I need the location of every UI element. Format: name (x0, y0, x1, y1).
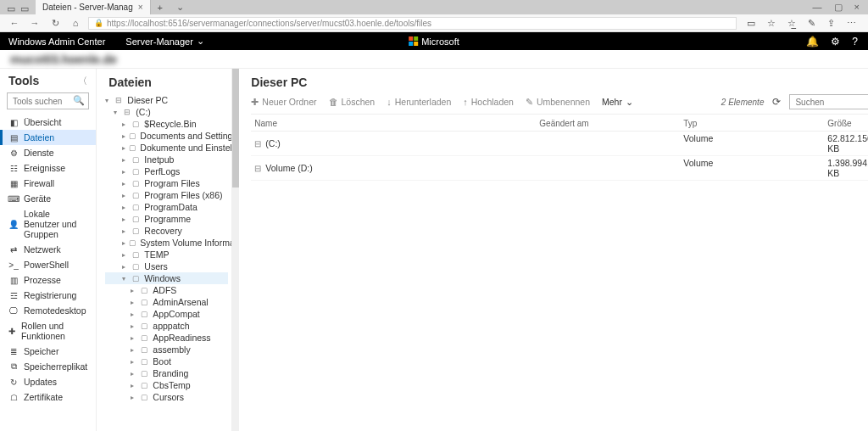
col-modified[interactable]: Geändert am (539, 119, 683, 128)
sidebar-item-lokale-benutzer-und-gruppen[interactable]: 👤Lokale Benutzer und Gruppen (0, 206, 96, 242)
tree-node[interactable]: ▸▢Dokumente und Einstellungen (105, 142, 228, 154)
refresh-button[interactable]: ↻ (47, 18, 63, 29)
sidebar-item-speicher[interactable]: ≣Speicher (0, 344, 96, 359)
tree-node[interactable]: ▸▢assembly (105, 344, 228, 355)
tree-node[interactable]: ▸▢Program Files (x86) (105, 189, 228, 201)
chevron-icon[interactable]: ▸ (122, 263, 129, 271)
tree-node[interactable]: ▸▢CbsTemp (105, 379, 228, 391)
refresh-icon[interactable]: ⟳ (772, 96, 781, 108)
tree-node[interactable]: ▸▢Inetpub (105, 154, 228, 165)
chevron-icon[interactable]: ▸ (122, 156, 129, 164)
upload-button[interactable]: ↑Hochladen (463, 97, 514, 107)
tree-node[interactable]: ▸▢Program Files (105, 177, 228, 189)
home-button[interactable]: ⌂ (68, 18, 83, 28)
tree-node[interactable]: ▾▢Windows (105, 272, 228, 284)
sidebar-item-rollen-und-funktionen[interactable]: ✚Rollen und Funktionen (0, 318, 96, 344)
sidebar-item-speicherreplikat[interactable]: ⧉Speicherreplikat (0, 359, 96, 374)
sidebar-item-remotedesktop[interactable]: 🖵Remotedesktop (0, 303, 96, 318)
reading-view-icon[interactable]: ▭ (747, 18, 755, 29)
tree-node[interactable]: ▸▢Boot (105, 355, 228, 367)
url-field[interactable]: 🔒 https://localhost:6516/servermanager/c… (88, 17, 737, 30)
sidebar-item-dienste[interactable]: ⚙Dienste (0, 145, 96, 160)
col-size[interactable]: Größe (827, 119, 868, 128)
delete-button[interactable]: 🗑Löschen (329, 97, 376, 107)
rename-button[interactable]: ✎Umbenennen (526, 97, 590, 108)
sidebar-item-powershell[interactable]: >_PowerShell (0, 257, 96, 272)
chevron-icon[interactable]: ▸ (122, 168, 129, 176)
sidebar-item-zertifikate[interactable]: ☖Zertifikate (0, 389, 96, 405)
chevron-icon[interactable]: ▸ (122, 180, 129, 188)
tree-node[interactable]: ▾⊟Dieser PC (105, 94, 228, 106)
sidebar-item-ereignisse[interactable]: ☷Ereignisse (0, 160, 96, 176)
col-name[interactable]: Name (251, 119, 539, 128)
chevron-icon[interactable]: ▸ (131, 299, 137, 306)
tree-node[interactable]: ▸▢PerfLogs (105, 165, 228, 177)
sidebar-item-registrierung[interactable]: ☲Registrierung (0, 288, 96, 303)
chevron-icon[interactable]: ▸ (122, 144, 125, 152)
help-icon[interactable]: ? (852, 36, 858, 48)
notifications-icon[interactable]: 🔔 (806, 36, 819, 48)
chevron-icon[interactable]: ▸ (131, 322, 137, 330)
sidebar-item-prozesse[interactable]: ▥Prozesse (0, 272, 96, 288)
context-dropdown[interactable]: Server-Manager ⌄ (114, 36, 215, 47)
chevron-icon[interactable]: ▸ (122, 227, 129, 235)
tree-node[interactable]: ▸▢TEMP (105, 249, 228, 260)
more-menu[interactable]: Mehr ⌄ (602, 97, 633, 107)
sidebar-item-firewall[interactable]: ▦Firewall (0, 176, 96, 191)
tools-search[interactable]: 🔍 (7, 92, 89, 109)
share-icon[interactable]: ⇪ (827, 18, 835, 29)
sidebar-item-netzwerk[interactable]: ⇄Netzwerk (0, 242, 96, 257)
tree-node[interactable]: ▸▢AppReadiness (105, 332, 228, 344)
chevron-icon[interactable]: ▸ (131, 346, 137, 354)
tree-node[interactable]: ▸▢AdminArsenal (105, 296, 228, 308)
chevron-icon[interactable]: ▸ (131, 334, 137, 342)
chevron-icon[interactable]: ▾ (114, 109, 120, 116)
table-row[interactable]: ⊟Volume (D:)Volume1.398.994.940 KB (251, 156, 868, 181)
settings-icon[interactable]: ⚙ (831, 36, 840, 48)
sidebar-item-geräte[interactable]: ⌨Geräte (0, 191, 96, 206)
new-tab-button[interactable]: + (151, 3, 170, 13)
tree-scrollbar[interactable] (232, 69, 239, 431)
app-name[interactable]: Windows Admin Center (0, 36, 114, 47)
favorites-hub-icon[interactable]: ☆̲ (787, 18, 796, 29)
details-search-input[interactable] (789, 94, 868, 109)
tree-node[interactable]: ▸▢apppatch (105, 320, 228, 332)
tab-chevron[interactable]: ⌄ (170, 2, 191, 13)
sidebar-item-übersicht[interactable]: ◧Übersicht (0, 115, 96, 130)
chevron-icon[interactable]: ▸ (122, 251, 129, 259)
chevron-icon[interactable]: ▸ (122, 120, 129, 128)
chevron-icon[interactable]: ▾ (105, 97, 112, 104)
download-button[interactable]: ↓Herunterladen (387, 97, 451, 107)
chevron-icon[interactable]: ▸ (131, 394, 137, 401)
collapse-button[interactable]: 〈 (78, 75, 87, 87)
chevron-icon[interactable]: ▸ (122, 192, 129, 199)
col-type[interactable]: Typ (683, 119, 827, 128)
chevron-icon[interactable]: ▸ (122, 132, 125, 140)
tree-node[interactable]: ▸▢Documents and Settings (105, 130, 228, 142)
sidebar-item-updates[interactable]: ↻Updates (0, 374, 96, 389)
tree-node[interactable]: ▸▢Users (105, 260, 228, 272)
sidebar-item-dateien[interactable]: ▤Dateien (0, 130, 96, 145)
tree-node[interactable]: ▸▢ProgramData (105, 201, 228, 213)
details-search[interactable]: 🔍 (789, 94, 868, 109)
tree-node[interactable]: ▾⊟(C:) (105, 106, 228, 118)
new-folder-button[interactable]: ✚Neuer Ordner (251, 97, 316, 108)
notes-icon[interactable]: ✎ (808, 18, 815, 29)
chevron-icon[interactable]: ▸ (122, 239, 125, 247)
chevron-icon[interactable]: ▸ (122, 204, 129, 211)
more-icon[interactable]: ⋯ (847, 18, 856, 29)
back-button[interactable]: ← (7, 18, 22, 28)
tree-node[interactable]: ▸▢Cursors (105, 391, 228, 403)
tree-node[interactable]: ▸▢Branding (105, 367, 228, 379)
close-icon[interactable]: × (138, 3, 143, 12)
chevron-icon[interactable]: ▸ (131, 311, 137, 318)
tree-node[interactable]: ▸▢System Volume Information (105, 237, 228, 249)
chevron-icon[interactable]: ▸ (131, 382, 137, 389)
tree-node[interactable]: ▸▢Recovery (105, 225, 228, 237)
maximize-button[interactable]: ▢ (834, 2, 843, 13)
chevron-icon[interactable]: ▸ (131, 370, 137, 378)
forward-button[interactable]: → (27, 18, 42, 28)
chevron-icon[interactable]: ▸ (122, 216, 129, 223)
favorite-icon[interactable]: ☆ (767, 18, 776, 29)
minimize-button[interactable]: — (813, 2, 822, 13)
